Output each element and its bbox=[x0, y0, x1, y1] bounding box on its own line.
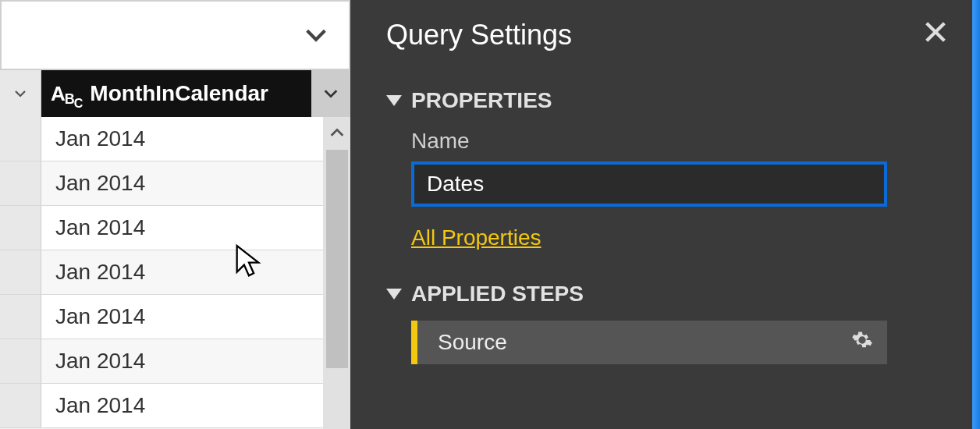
properties-section-header[interactable]: PROPERTIES bbox=[386, 88, 949, 113]
row-handle[interactable] bbox=[0, 117, 41, 161]
row-handle[interactable] bbox=[0, 295, 41, 339]
applied-step-item[interactable]: Source bbox=[411, 321, 887, 364]
row-handle[interactable] bbox=[0, 161, 41, 205]
text-type-icon: ABC bbox=[51, 82, 82, 106]
cell[interactable]: Jan 2014 bbox=[41, 339, 323, 383]
properties-label: PROPERTIES bbox=[411, 88, 552, 113]
collapse-triangle-icon bbox=[386, 95, 402, 106]
all-properties-link[interactable]: All Properties bbox=[411, 225, 541, 250]
applied-steps-section-header[interactable]: APPLIED STEPS bbox=[386, 282, 949, 307]
step-label: Source bbox=[438, 330, 507, 355]
table-row[interactable]: Jan 2014 bbox=[0, 161, 323, 206]
cell[interactable]: Jan 2014 bbox=[41, 117, 323, 161]
cell[interactable]: Jan 2014 bbox=[41, 384, 323, 427]
collapse-triangle-icon bbox=[386, 289, 402, 300]
column-header-label: MonthInCalendar bbox=[90, 81, 268, 106]
table-row[interactable]: Jan 2014 bbox=[0, 206, 323, 250]
name-label: Name bbox=[411, 129, 949, 154]
column-header-row: ABC MonthInCalendar bbox=[0, 70, 350, 117]
table-row[interactable]: Jan 2014 bbox=[0, 295, 323, 339]
table-row[interactable]: Jan 2014 bbox=[0, 384, 323, 428]
grid-body: Jan 2014 Jan 2014 Jan 2014 Jan 2014 Jan … bbox=[0, 117, 350, 429]
data-grid-panel: ABC MonthInCalendar Jan 2014 Jan 2014 Ja… bbox=[0, 0, 355, 429]
cell[interactable]: Jan 2014 bbox=[41, 250, 323, 294]
applied-steps-label: APPLIED STEPS bbox=[411, 282, 584, 307]
gear-icon[interactable] bbox=[851, 329, 873, 356]
table-row[interactable]: Jan 2014 bbox=[0, 117, 323, 161]
close-icon[interactable] bbox=[922, 17, 949, 52]
query-name-input[interactable] bbox=[411, 161, 887, 207]
table-row[interactable]: Jan 2014 bbox=[0, 250, 323, 295]
row-handle[interactable] bbox=[0, 384, 41, 427]
cell[interactable]: Jan 2014 bbox=[41, 206, 323, 250]
cell[interactable]: Jan 2014 bbox=[41, 161, 323, 205]
row-handle[interactable] bbox=[0, 339, 41, 383]
query-settings-panel: Query Settings PROPERTIES Name All Prope… bbox=[355, 0, 980, 429]
column-header[interactable]: ABC MonthInCalendar bbox=[41, 70, 311, 117]
table-row[interactable]: Jan 2014 bbox=[0, 339, 323, 384]
cell[interactable]: Jan 2014 bbox=[41, 295, 323, 339]
chevron-down-icon[interactable] bbox=[300, 20, 332, 51]
formula-bar[interactable] bbox=[0, 0, 350, 70]
panel-title: Query Settings bbox=[386, 19, 572, 51]
row-handle[interactable] bbox=[0, 206, 41, 250]
select-all-handle[interactable] bbox=[0, 70, 41, 117]
column-filter-button[interactable] bbox=[311, 70, 350, 117]
vertical-scrollbar[interactable] bbox=[323, 117, 350, 429]
scroll-thumb[interactable] bbox=[326, 150, 348, 368]
row-handle[interactable] bbox=[0, 250, 41, 294]
scroll-up-arrow-icon[interactable] bbox=[323, 117, 350, 148]
